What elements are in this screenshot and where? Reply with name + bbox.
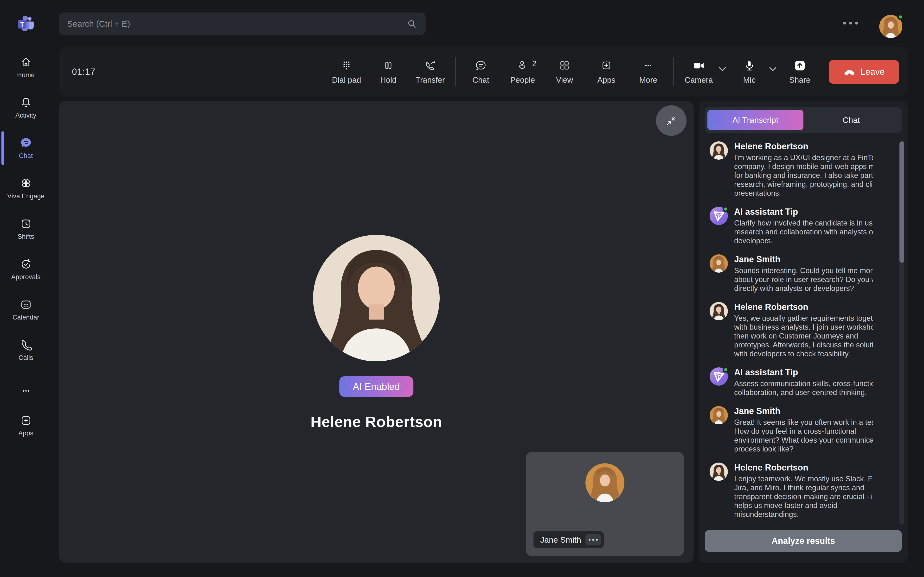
mic-options-chevron-icon[interactable] [768, 65, 778, 73]
topbar [52, 0, 924, 47]
chat-button[interactable]: Chat [465, 59, 496, 85]
search-bar[interactable] [59, 13, 426, 35]
presence-dot [723, 206, 729, 212]
scrollbar-track [900, 141, 904, 525]
sidebar-item-label: Home [17, 71, 35, 79]
camera-options-chevron-icon[interactable] [717, 65, 727, 73]
transcript-message: Helene Robertson Yes, we usually gather … [709, 302, 873, 358]
message-speaker: AI assistant Tip [734, 367, 873, 377]
home-icon [20, 56, 32, 69]
teams-logo: T [0, 0, 52, 47]
transcript-message: AI assistant Tip Clarify how involved th… [709, 207, 873, 245]
transcript-list[interactable]: Helene Robertson I’m working as a UX/UI … [709, 141, 873, 525]
bell-icon [20, 97, 32, 109]
toolbar-divider [673, 58, 674, 86]
toolbar-divider [455, 58, 456, 86]
ai-avatar [709, 367, 728, 386]
phone-arrow-icon [424, 59, 437, 73]
more-dots-icon [642, 59, 655, 73]
sidebar-item-activity[interactable]: Activity [0, 87, 52, 128]
transcript-message: AI assistant Tip Assess communication sk… [709, 367, 873, 397]
jane-avatar [709, 255, 728, 272]
grid-icon [558, 59, 571, 73]
sidebar-item-viva-engage[interactable]: Viva Engage [0, 168, 52, 209]
message-speaker: Helene Robertson [734, 463, 873, 473]
sidebar-item-approvals[interactable]: Approvals [0, 249, 52, 290]
helene-avatar [313, 235, 439, 361]
camera-icon [692, 59, 706, 73]
helene-avatar [709, 463, 728, 481]
transfer-button[interactable]: Transfer [415, 59, 446, 85]
apps-button[interactable]: Apps [591, 59, 622, 85]
helene-avatar [709, 141, 728, 160]
sidebar-item-chat[interactable]: Chat [0, 128, 52, 168]
message-speaker: Helene Robertson [734, 302, 873, 312]
dial-pad-button[interactable]: Dial pad [331, 59, 362, 85]
side-panel: AI Transcript Chat Helene Robertson I’m … [699, 101, 908, 562]
presence-dot [897, 14, 903, 20]
apps-plus-icon [600, 59, 613, 73]
transcript-message: Jane Smith Great! It seems like you ofte… [709, 406, 873, 453]
call-toolbar: 01:17 Dial pad Hold Transfer Chat 2 Peop… [59, 47, 908, 97]
message-speaker: AI assistant Tip [734, 207, 873, 217]
leave-button[interactable]: Leave [829, 60, 899, 84]
sidebar-item-home[interactable]: Home [0, 47, 52, 87]
pause-icon [382, 59, 395, 73]
user-avatar[interactable] [879, 15, 902, 38]
sidebar-item-label: Shifts [18, 233, 34, 240]
message-text: Assess communication skills, cross-funct… [734, 379, 873, 397]
sidebar-item-calendar[interactable]: Calendar [0, 290, 52, 330]
analyze-results-button[interactable]: Analyze results [705, 530, 902, 552]
tab-ai-transcript[interactable]: AI Transcript [708, 110, 803, 130]
people-button[interactable]: 2 People [507, 59, 538, 85]
sidebar-item-more[interactable] [0, 377, 52, 405]
sidebar-item-label: Calls [19, 354, 33, 362]
participant-tile[interactable]: Jane Smith [526, 452, 683, 556]
viva-engage-icon [20, 177, 32, 190]
sidebar-item-apps[interactable]: Apps [0, 405, 52, 446]
message-text: Clarify how involved the candidate is in… [734, 219, 873, 245]
message-speaker: Helene Robertson [734, 141, 873, 152]
ai-avatar [709, 207, 728, 225]
phone-icon [20, 339, 32, 351]
transcript-message: Helene Robertson I enjoy teamwork. We mo… [709, 463, 873, 519]
sidebar: T Home Activity Chat Viva Engage Shifts … [0, 0, 52, 577]
more-dots-icon [20, 385, 32, 397]
speech-bubble-icon [474, 59, 487, 73]
scrollbar-thumb[interactable] [900, 141, 904, 263]
share-button[interactable]: Share [784, 59, 815, 85]
tile-more-options-icon[interactable] [585, 534, 601, 545]
message-text: Great! It seems like you often work in a… [734, 418, 873, 453]
sidebar-item-shifts[interactable]: Shifts [0, 209, 52, 249]
collapse-arrows-icon [664, 114, 678, 128]
search-input[interactable] [67, 19, 406, 29]
svg-text:T: T [20, 21, 24, 28]
transcript-message: Jane Smith Sounds interesting. Could you… [709, 255, 873, 293]
mic-button[interactable]: Mic [734, 59, 765, 85]
message-speaker: Jane Smith [734, 255, 873, 264]
hold-button[interactable]: Hold [373, 59, 404, 85]
message-text: Sounds interesting. Could you tell me mo… [734, 266, 873, 293]
sidebar-item-calls[interactable]: Calls [0, 330, 52, 370]
tile-name-label: Jane Smith [533, 531, 604, 548]
share-arrow-icon [793, 59, 806, 73]
sidebar-item-label: Approvals [11, 273, 41, 281]
collapse-view-button[interactable] [656, 105, 687, 136]
view-button[interactable]: View [549, 59, 580, 85]
search-icon [406, 18, 417, 29]
camera-button[interactable]: Camera [683, 59, 714, 85]
hang-up-icon [843, 66, 856, 78]
more-options-icon[interactable] [840, 16, 861, 30]
tab-chat[interactable]: Chat [803, 110, 900, 130]
approvals-check-icon [20, 258, 32, 271]
message-text: I enjoy teamwork. We mostly use Slack, F… [734, 474, 873, 519]
message-text: Yes, we usually gather requirements toge… [734, 314, 873, 358]
sidebar-item-label: Calendar [13, 314, 39, 321]
panel-tabs: AI Transcript Chat [705, 107, 902, 133]
message-text: I’m working as a UX/UI designer at a Fin… [734, 153, 873, 198]
apps-plus-icon [20, 414, 32, 427]
presence-dot [723, 367, 729, 372]
more-button[interactable]: More [633, 59, 664, 85]
sidebar-nav: Home Activity Chat Viva Engage Shifts Ap… [0, 47, 52, 446]
jane-avatar [709, 406, 728, 424]
